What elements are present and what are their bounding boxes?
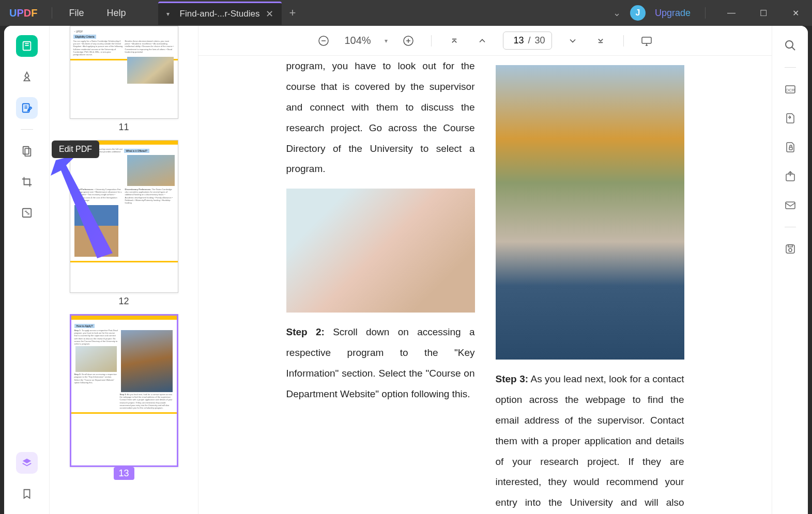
- page-left-column: program, you have to look out for the co…: [286, 56, 475, 514]
- page-input-group[interactable]: / 30: [503, 32, 552, 50]
- step2-label: Step 2:: [286, 326, 325, 337]
- edit-pdf-tooltip: Edit PDF: [52, 141, 99, 158]
- last-page-button[interactable]: [593, 34, 608, 48]
- zoom-out-button[interactable]: [316, 34, 331, 48]
- email-button[interactable]: [782, 197, 799, 213]
- tab-label: Find-and-...r-Studies: [180, 9, 260, 19]
- page-number-input[interactable]: [510, 35, 524, 46]
- svg-rect-7: [642, 37, 651, 43]
- divider: [785, 67, 796, 68]
- arrow-annotation: [51, 155, 123, 269]
- right-tool-rail: OCR: [772, 26, 808, 514]
- redact-tool[interactable]: [16, 202, 38, 224]
- crop-tool[interactable]: [16, 171, 38, 193]
- save-button[interactable]: [782, 241, 799, 257]
- document-toolbar: 104% ▾ / 30: [198, 26, 772, 56]
- page-separator: /: [528, 35, 531, 46]
- next-page-button[interactable]: [565, 34, 580, 48]
- close-icon[interactable]: ✕: [266, 8, 273, 20]
- left-tool-rail: Edit PDF: [4, 26, 50, 514]
- page-right-column: Step 3: As you lead next, look for a con…: [496, 56, 684, 514]
- edit-pdf-tool[interactable]: [16, 97, 38, 119]
- prev-page-button[interactable]: [475, 34, 489, 48]
- svg-rect-2: [23, 147, 28, 154]
- user-avatar[interactable]: J: [630, 5, 646, 21]
- presentation-button[interactable]: [639, 34, 654, 48]
- first-page-button[interactable]: [447, 34, 462, 48]
- pages-tool[interactable]: [16, 140, 38, 162]
- thumb-label-11: 11: [65, 119, 182, 136]
- protect-button[interactable]: [782, 139, 799, 155]
- share-button[interactable]: [782, 168, 799, 184]
- svg-rect-11: [789, 147, 792, 150]
- divider: [52, 7, 52, 19]
- reader-tool[interactable]: [16, 35, 38, 57]
- svg-point-15: [789, 248, 792, 252]
- divider: [705, 7, 706, 19]
- document-area: 104% ▾ / 30: [198, 26, 772, 514]
- divider: [623, 35, 624, 46]
- svg-text:OCR: OCR: [786, 88, 795, 92]
- tab-chevron-icon[interactable]: ▾: [166, 10, 174, 18]
- add-tab-button[interactable]: +: [282, 6, 303, 20]
- expand-icon[interactable]: ⌄: [613, 7, 621, 19]
- content-area: Edit PDF ▫ UPDF Eligibility Criteria You…: [4, 26, 808, 514]
- bridge-image: [496, 65, 684, 360]
- ocr-button[interactable]: OCR: [782, 81, 799, 98]
- convert-button[interactable]: [782, 110, 799, 127]
- layers-tool[interactable]: [16, 452, 38, 474]
- document-page: program, you have to look out for the co…: [261, 56, 710, 514]
- thumbnail-panel[interactable]: ▫ UPDF Eligibility Criteria You can appl…: [50, 26, 198, 514]
- thumb-label-13: 13: [113, 467, 134, 480]
- svg-rect-13: [786, 202, 795, 209]
- svg-rect-16: [788, 245, 792, 247]
- divider: [785, 227, 796, 227]
- minimize-button[interactable]: —: [720, 8, 743, 18]
- page-total: 30: [535, 35, 545, 46]
- thumb-label-12: 12: [65, 293, 182, 310]
- zoom-level: 104%: [344, 35, 371, 46]
- svg-rect-3: [25, 148, 30, 156]
- menu-help[interactable]: Help: [95, 8, 137, 19]
- divider: [21, 129, 33, 130]
- menu-file[interactable]: File: [57, 8, 95, 19]
- zoom-in-button[interactable]: [401, 34, 416, 48]
- step3-label: Step 3:: [496, 373, 529, 384]
- search-button[interactable]: [782, 37, 799, 54]
- close-window-button[interactable]: ✕: [784, 8, 807, 18]
- zoom-dropdown[interactable]: ▾: [385, 37, 388, 44]
- maximize-button[interactable]: ☐: [752, 8, 775, 18]
- divider: [431, 35, 432, 46]
- students-image: [286, 189, 475, 313]
- document-tab[interactable]: ▾ Find-and-...r-Studies ✕: [158, 2, 282, 25]
- highlighter-tool[interactable]: [16, 66, 38, 88]
- bookmark-tool[interactable]: [16, 483, 38, 505]
- thumbnail-11[interactable]: ▫ UPDF Eligibility Criteria You can appl…: [65, 26, 182, 136]
- titlebar: UPDF File Help ▾ Find-and-...r-Studies ✕…: [0, 0, 812, 26]
- app-logo: UPDF: [0, 7, 47, 19]
- thumbnail-13[interactable]: ▫ UPDF How to Apply? Step 1: To apply ac…: [65, 314, 182, 480]
- svg-point-8: [786, 41, 793, 48]
- document-viewport[interactable]: program, you have to look out for the co…: [198, 56, 772, 514]
- upgrade-button[interactable]: Upgrade: [655, 8, 691, 19]
